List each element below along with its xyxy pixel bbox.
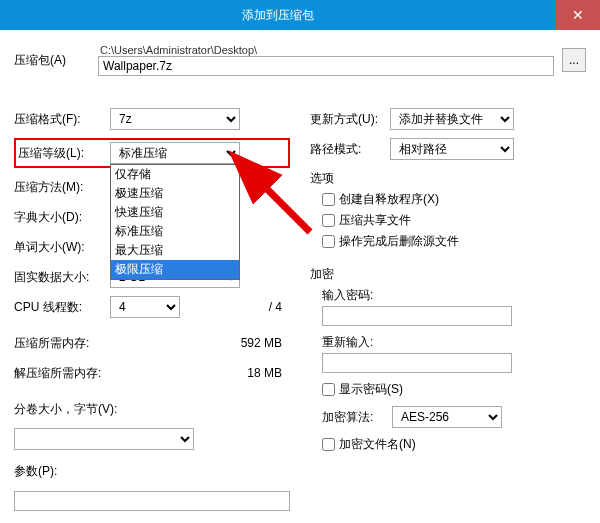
method-label: 压缩方法(M): xyxy=(14,179,110,196)
enc-method-select[interactable]: AES-256 xyxy=(392,406,502,428)
cpu-total: / 4 xyxy=(269,300,290,314)
update-select[interactable]: 添加并替换文件 xyxy=(390,108,514,130)
delete-checkbox[interactable] xyxy=(322,235,335,248)
close-button[interactable]: ✕ xyxy=(555,0,600,30)
show-password-label: 显示密码(S) xyxy=(339,381,403,398)
password-confirm-input[interactable] xyxy=(322,353,512,373)
archive-label: 压缩包(A) xyxy=(14,52,90,69)
mem-compress-value: 592 MB xyxy=(134,336,290,350)
word-label: 单词大小(W): xyxy=(14,239,110,256)
archive-name-input[interactable] xyxy=(98,56,554,76)
split-select[interactable] xyxy=(14,428,194,450)
level-option[interactable]: 最大压缩 xyxy=(111,241,239,260)
sfx-checkbox[interactable] xyxy=(322,193,335,206)
window-title: 添加到压缩包 xyxy=(0,7,555,24)
enc-names-checkbox[interactable] xyxy=(322,438,335,451)
params-label: 参数(P): xyxy=(14,463,57,480)
mem-compress-label: 压缩所需内存: xyxy=(14,335,134,352)
format-label: 压缩格式(F): xyxy=(14,111,110,128)
split-label: 分卷大小，字节(V): xyxy=(14,401,117,418)
update-label: 更新方式(U): xyxy=(310,111,390,128)
pathmode-label: 路径模式: xyxy=(310,141,390,158)
archive-path: C:\Users\Administrator\Desktop\ xyxy=(98,44,554,56)
mem-decompress-label: 解压缩所需内存: xyxy=(14,365,134,382)
shared-checkbox[interactable] xyxy=(322,214,335,227)
params-input[interactable] xyxy=(14,491,290,511)
password-input[interactable] xyxy=(322,306,512,326)
pwd2-label: 重新输入: xyxy=(322,334,586,351)
mem-decompress-value: 18 MB xyxy=(134,366,290,380)
level-option[interactable]: 仅存储 xyxy=(111,165,239,184)
sfx-label: 创建自释放程序(X) xyxy=(339,191,439,208)
options-title: 选项 xyxy=(310,170,586,187)
solid-label: 固实数据大小: xyxy=(14,269,110,286)
level-dropdown-list: 仅存储 极速压缩 快速压缩 标准压缩 最大压缩 极限压缩 xyxy=(110,164,240,280)
shared-label: 压缩共享文件 xyxy=(339,212,411,229)
format-select[interactable]: 7z xyxy=(110,108,240,130)
dict-label: 字典大小(D): xyxy=(14,209,110,226)
level-label: 压缩等级(L): xyxy=(18,145,110,162)
level-option-selected[interactable]: 极限压缩 xyxy=(111,260,239,279)
browse-button[interactable]: ... xyxy=(562,48,586,72)
pathmode-select[interactable]: 相对路径 xyxy=(390,138,514,160)
level-option[interactable]: 极速压缩 xyxy=(111,184,239,203)
show-password-checkbox[interactable] xyxy=(322,383,335,396)
enc-method-label: 加密算法: xyxy=(322,409,392,426)
level-option[interactable]: 快速压缩 xyxy=(111,203,239,222)
cpu-select[interactable]: 4 xyxy=(110,296,180,318)
enc-names-label: 加密文件名(N) xyxy=(339,436,416,453)
delete-label: 操作完成后删除源文件 xyxy=(339,233,459,250)
level-select[interactable]: 标准压缩 xyxy=(110,142,240,164)
level-option[interactable]: 标准压缩 xyxy=(111,222,239,241)
pwd-label: 输入密码: xyxy=(322,287,586,304)
cpu-label: CPU 线程数: xyxy=(14,299,110,316)
encrypt-title: 加密 xyxy=(310,266,586,283)
